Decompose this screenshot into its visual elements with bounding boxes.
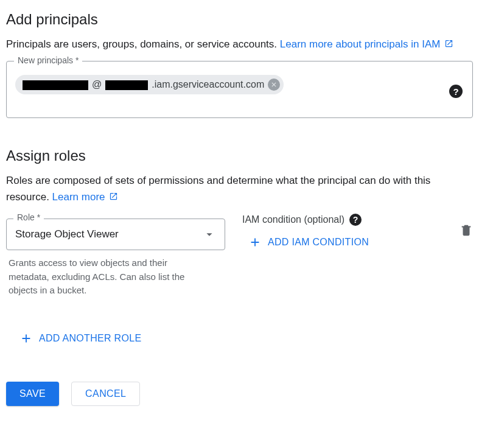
redacted-text [105,80,148,90]
dropdown-arrow-icon [203,228,216,241]
external-link-icon [444,39,453,48]
plus-icon [248,236,262,249]
trash-icon [460,223,473,237]
principals-desc-text: Principals are users, groups, domains, o… [6,38,280,50]
role-field-label: Role * [13,212,44,222]
add-condition-label: Add IAM condition [268,237,369,248]
principal-chip[interactable]: @ .iam.gserviceaccount.com [15,75,284,94]
iam-condition-label: IAM condition (optional) [242,214,344,225]
delete-role-button[interactable] [460,228,473,239]
principals-description: Principals are users, groups, domains, o… [6,37,473,52]
plus-icon [19,332,33,345]
assign-roles-heading: Assign roles [6,147,473,164]
learn-more-principals-link[interactable]: Learn more about principals in IAM [280,38,453,50]
role-helper-text: Grants access to view objects and their … [9,256,203,298]
role-selected-value: Storage Object Viewer [15,228,119,240]
learn-more-principals-text: Learn more about principals in IAM [280,38,441,50]
role-select[interactable]: Storage Object Viewer [6,219,225,250]
roles-description: Roles are composed of sets of permission… [6,173,473,205]
new-principals-label: New principals * [14,55,82,65]
help-icon: ? [353,215,358,225]
learn-more-roles-link[interactable]: Learn more [52,191,119,203]
new-principals-field[interactable]: New principals * @ .iam.gserviceaccount.… [6,61,473,118]
remove-chip-button[interactable] [268,79,280,91]
close-icon [270,81,278,88]
add-principals-heading: Add principals [6,11,473,28]
learn-more-roles-text: Learn more [52,191,105,203]
redacted-text [23,80,88,90]
principals-help-button[interactable]: ? [449,85,463,98]
add-iam-condition-button[interactable]: Add IAM condition [247,233,370,251]
condition-help-button[interactable]: ? [349,214,362,226]
save-button[interactable]: Save [6,382,59,406]
add-another-role-button[interactable]: Add another role [18,329,142,348]
chip-at: @ [92,79,102,90]
add-role-label: Add another role [39,333,141,344]
help-icon: ? [453,86,458,97]
cancel-button[interactable]: Cancel [71,382,140,406]
external-link-icon [109,192,118,201]
chip-domain: .iam.gserviceaccount.com [152,79,264,90]
